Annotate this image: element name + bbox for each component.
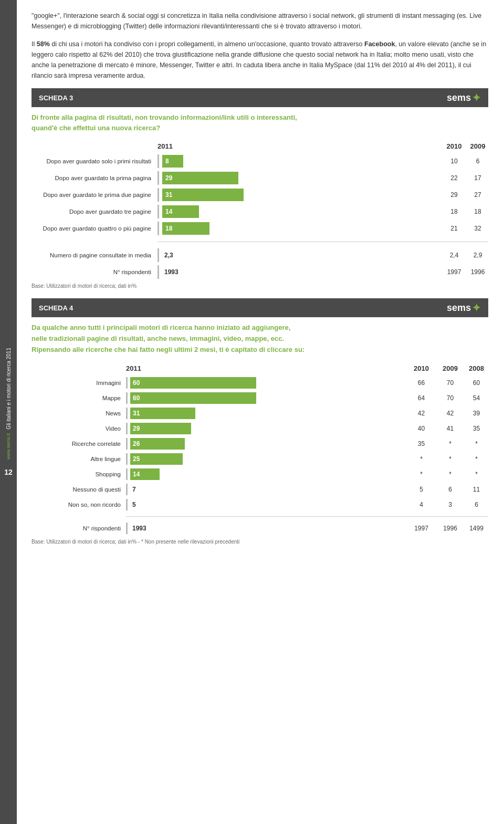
chart4-row-altrelingue: Altre lingue 25 * * * — [32, 453, 488, 465]
sidebar-url: www.sems.it — [6, 433, 11, 460]
chart3-divider-1 — [158, 154, 159, 168]
chart3-2011-header: 2011 — [158, 142, 441, 150]
scheda3-header: SCHEDA 3 sems ✦ — [32, 88, 488, 107]
chart3-bar-4: 14 — [162, 205, 199, 218]
chart3-year-2009: 2009 — [467, 142, 488, 150]
chart4-sep-divider — [126, 523, 128, 534]
chart4-2010-immagini: 66 — [407, 379, 436, 387]
chart3-bar-3: 31 — [162, 189, 244, 201]
chart4-bar-mappe: 60 — [130, 392, 256, 404]
chart3-sep-bar-area-2: 1993 — [158, 265, 441, 279]
chart3-sep-val-2011-2: 1993 — [164, 268, 178, 276]
chart3-sep-label-1: Numero di pagine consultate in media — [32, 252, 158, 259]
chart3-2010-1: 10 — [441, 158, 467, 165]
intro-paragraph1: "google+", l'interazione search & social… — [32, 11, 488, 32]
chart3-divider-4 — [158, 205, 159, 218]
chart4-divider-shopping — [126, 468, 128, 480]
chart4-bar-area-ricerche: 26 — [126, 438, 407, 450]
chart4-separator — [126, 516, 488, 517]
scheda4-header: SCHEDA 4 sems ✦ — [32, 298, 488, 317]
chart4-sep-label: N° rispondenti — [32, 525, 126, 531]
chart4-2009-shopping: * — [436, 471, 465, 478]
chart4-2009-ricerche: * — [436, 440, 465, 447]
chart4-label-nessuno: Nessuno di questi — [32, 486, 126, 493]
chart3-2009-3: 27 — [467, 191, 488, 199]
sems-star: ✦ — [472, 91, 481, 104]
chart3-bar-area-1: 8 — [158, 154, 441, 168]
chart4-row-shopping: Shopping 14 * * * — [32, 468, 488, 481]
chart3-divider-5 — [158, 222, 159, 235]
chart3-bar-area-3: 31 — [158, 188, 441, 202]
sems-logo-3: sems ✦ — [447, 91, 481, 104]
chart3-2010-5: 21 — [441, 225, 467, 232]
chart4-2009-video: 41 — [436, 425, 465, 432]
chart3-2010-3: 29 — [441, 191, 467, 199]
chart4-2008-ricerche: * — [465, 440, 488, 447]
chart4-2010-news: 42 — [407, 410, 436, 417]
chart3-row-3: Dopo aver guardato le prima due pagine 3… — [32, 188, 488, 202]
chart4-2010-shopping: * — [407, 471, 436, 478]
chart3-sep-divider-1 — [158, 248, 159, 262]
chart4-2009-immagini: 70 — [436, 379, 465, 387]
chart4-row-immagini: Immagini 60 66 70 60 — [32, 377, 488, 389]
chart3-label-5: Dopo aver guardato quattro o più pagine — [32, 225, 158, 233]
chart4-sep-2008: 1499 — [465, 525, 488, 532]
chart4-bar-news: 31 — [130, 408, 195, 419]
chart3-label-3: Dopo aver guardato le prima due pagine — [32, 191, 158, 199]
chart4-val-nonso: 5 — [132, 501, 136, 508]
chart4-bar-area-video: 29 — [126, 423, 407, 434]
chart4-label-mappe: Mappe — [32, 395, 126, 401]
chart4-2009-news: 42 — [436, 410, 465, 417]
chart3-sep-row-1: Numero di pagine consultate in media 2,3… — [32, 248, 488, 262]
chart4-2010-video: 40 — [407, 425, 436, 432]
scheda4-question: Da qualche anno tutti i principali motor… — [32, 322, 488, 355]
chart4-divider-nonso — [126, 499, 128, 510]
chart4-sep-val: 1993 — [132, 525, 146, 532]
chart3-header-row: 2011 2010 2009 — [32, 142, 488, 150]
chart4-bar-immagini: 60 — [130, 377, 256, 389]
chart4-divider-video — [126, 423, 128, 434]
chart4-sep-2010: 1997 — [407, 525, 436, 532]
chart3-label-header — [32, 142, 158, 150]
chart4-2008-nonso: 6 — [465, 501, 488, 508]
scheda4-chart: 2011 2010 2009 2008 Immagini 60 66 70 60… — [32, 364, 488, 535]
chart4-bar-video: 29 — [130, 423, 191, 434]
chart3-year-2011: 2011 — [158, 142, 173, 150]
scheda3-base-note: Base: Utilizzatori di motori di ricerca;… — [32, 283, 488, 289]
chart3-label-1: Dopo aver guardato solo i primi risultat… — [32, 158, 158, 165]
chart4-2008-nessuno: 11 — [465, 486, 488, 493]
chart4-2010-nonso: 4 — [407, 501, 436, 508]
chart3-2010-2: 22 — [441, 174, 467, 182]
chart3-2009-4: 18 — [467, 208, 488, 215]
chart3-row-4: Dopo aver guardato tre pagine 14 18 18 — [32, 205, 488, 218]
chart4-divider-immagini — [126, 377, 128, 389]
chart4-divider-ricerche — [126, 438, 128, 450]
scheda3-chart: 2011 2010 2009 Dopo aver guardato solo i… — [32, 142, 488, 279]
chart4-year-2011: 2011 — [126, 364, 141, 372]
chart4-year-2010: 2010 — [407, 364, 436, 372]
chart4-bar-area-altrelingue: 25 — [126, 453, 407, 465]
chart4-bar-area-mappe: 60 — [126, 392, 407, 404]
chart3-row-2: Dopo aver guardato la prima pagina 29 22… — [32, 171, 488, 185]
chart4-2010-altrelingue: * — [407, 455, 436, 463]
chart3-bar-5: 18 — [162, 222, 209, 235]
chart3-row-1: Dopo aver guardato solo i primi risultat… — [32, 154, 488, 168]
chart3-sep-divider-2 — [158, 265, 159, 279]
chart4-year-2008: 2008 — [465, 364, 488, 372]
sems-logo-text: sems — [447, 92, 471, 103]
chart3-row-5: Dopo aver guardato quattro o più pagine … — [32, 222, 488, 235]
chart4-bar-area-nonso: 5 — [126, 499, 407, 510]
chart4-label-news: News — [32, 410, 126, 416]
chart3-2009-2: 17 — [467, 174, 488, 182]
chart4-2009-nonso: 3 — [436, 501, 465, 508]
chart4-2008-video: 35 — [465, 425, 488, 432]
chart3-sep-row-2: N° rispondenti 1993 1997 1996 — [32, 265, 488, 279]
intro-paragraph2: Il 58% di chi usa i motori ha condiviso … — [32, 39, 488, 81]
chart4-row-nessuno: Nessuno di questi 7 5 6 11 — [32, 483, 488, 496]
chart4-sep-bar-area: 1993 — [126, 523, 407, 534]
chart3-bar-2: 29 — [162, 172, 238, 184]
chart3-year-2010: 2010 — [441, 142, 467, 150]
chart3-divider-3 — [158, 188, 159, 202]
chart4-divider-nessuno — [126, 484, 128, 495]
chart3-divider-2 — [158, 171, 159, 185]
